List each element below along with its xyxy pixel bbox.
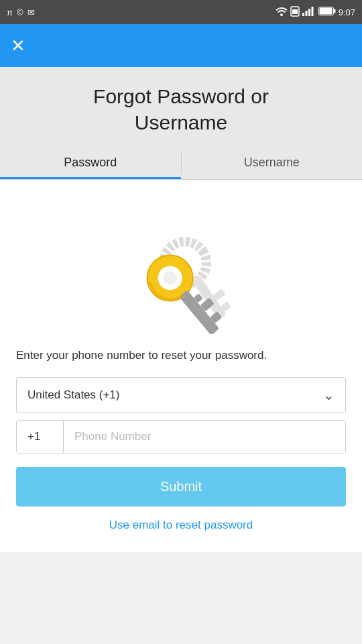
svg-rect-5 [308,9,310,16]
signal-icon [302,7,316,18]
close-button[interactable]: ✕ [11,37,25,54]
app-icon-mail: ✉ [27,7,35,17]
phone-number-input[interactable] [64,421,345,453]
wifi-icon [276,7,288,18]
country-code: +1 [17,421,64,453]
submit-button[interactable]: Submit [16,467,346,506]
svg-point-0 [280,13,283,16]
country-dropdown[interactable]: United States (+1) ⌄ [16,377,346,413]
svg-rect-6 [311,7,313,16]
time-display: 9:07 [339,7,355,17]
tabs-container: Password Username [0,146,362,180]
svg-rect-4 [305,11,307,16]
svg-rect-3 [302,13,304,16]
status-bar: π © ✉ [0,0,362,24]
svg-rect-8 [333,9,335,13]
tab-password[interactable]: Password [0,146,181,179]
email-reset-link[interactable]: Use email to reset password [16,519,346,532]
country-dropdown-value: United States (+1) [27,388,120,402]
header-bar: ✕ [0,24,362,67]
app-icon-copy: © [17,7,23,17]
svg-rect-2 [292,9,298,14]
main-content: Enter your phone number to reset your pa… [0,180,362,552]
sim-icon [290,6,300,19]
chevron-down-icon: ⌄ [323,387,335,403]
key-illustration [16,193,346,347]
status-bar-right: 9:07 [276,6,355,19]
battery-icon [318,7,336,17]
page-title: Forgot Password orUsername [11,83,351,136]
svg-rect-9 [319,8,332,15]
title-area: Forgot Password orUsername [0,67,362,146]
app-icon-pi: π [7,7,13,17]
status-bar-left: π © ✉ [7,7,35,17]
tab-username[interactable]: Username [182,146,363,179]
phone-row: +1 [16,420,346,453]
description-text: Enter your phone number to reset your pa… [16,347,346,364]
